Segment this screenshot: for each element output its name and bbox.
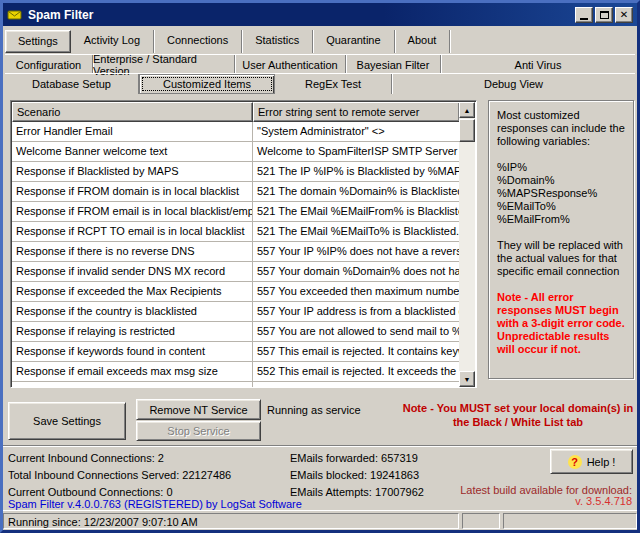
- status-bar: Running since: 12/23/2007 9:07:10 AM: [3, 510, 637, 531]
- tab-customized-items[interactable]: Customized Items: [139, 74, 275, 94]
- table-row[interactable]: Response if there is no reverse DNS557 Y…: [12, 242, 460, 262]
- cell-scenario: Welcome Banner welcome text: [12, 142, 253, 161]
- stat-label: EMails Attempts:: [290, 486, 372, 498]
- help-button[interactable]: ? Help !: [550, 449, 633, 474]
- table-row[interactable]: Response if the country is blacklisted55…: [12, 302, 460, 322]
- tab-connections[interactable]: Connections: [154, 30, 242, 53]
- cell-error: 552 This email is rejected. It exceeds t…: [253, 362, 460, 381]
- local-domains-note: Note - You MUST set your local domain(s)…: [400, 401, 636, 429]
- stat-value: 17007962: [375, 486, 424, 498]
- variable-mapsresponse: %MAPSResponse%: [497, 187, 627, 200]
- vertical-scrollbar[interactable]: ▲ ▼: [459, 102, 475, 387]
- stat-label: EMails blocked:: [290, 469, 367, 481]
- table-row[interactable]: Response if FROM email is in local black…: [12, 202, 460, 222]
- table-row[interactable]: Response if RCPT TO email is in local bl…: [12, 222, 460, 242]
- cell-scenario: Response if invalid sender DNS MX record: [12, 262, 253, 281]
- tab-quarantine[interactable]: Quarantine: [313, 30, 394, 53]
- scroll-up-icon: ▲: [464, 107, 471, 114]
- variable-emailfrom: %EMailFrom%: [497, 213, 627, 226]
- tab-activity-log[interactable]: Activity Log: [71, 30, 154, 53]
- stat-value: 19241863: [370, 469, 419, 481]
- registered-version-link[interactable]: Spam Filter v.4.0.0.763 (REGISTERED) by …: [8, 498, 302, 510]
- table-row[interactable]: Response if invalid sender DNS MX record…: [12, 262, 460, 282]
- scroll-down-button[interactable]: ▼: [459, 371, 475, 387]
- window-title: Spam Filter: [28, 8, 93, 22]
- running-since-panel: Running since: 12/23/2007 9:07:10 AM: [3, 513, 459, 529]
- cell-error: "System Administrator" <>: [253, 122, 460, 141]
- cell-scenario: Response if email exceeds max msg size: [12, 362, 253, 381]
- cell-error: 521 The domain %Domain% is Blacklisted.: [253, 182, 460, 201]
- grid-rows: Error Handler Email"System Administrator…: [12, 122, 460, 387]
- tab-bayesian-filter[interactable]: Bayesian Filter: [346, 55, 441, 74]
- table-row[interactable]: Welcome Banner welcome textWelcome to Sp…: [12, 142, 460, 162]
- tab-statistics[interactable]: Statistics: [242, 30, 313, 53]
- column-header-scenario[interactable]: Scenario: [12, 102, 253, 122]
- stat-value: 2: [158, 452, 164, 464]
- table-row[interactable]: Response if FROM domain is in local blac…: [12, 182, 460, 202]
- tab-database-setup[interactable]: Database Setup: [5, 74, 139, 94]
- cell-scenario: Response if IP is in local blacklist: [12, 382, 253, 387]
- maximize-icon: [600, 11, 609, 19]
- cell-error: 557 Your domain %Domain% does not have a…: [253, 262, 460, 281]
- latest-build-version-link[interactable]: v. 3.5.4.718: [575, 495, 632, 507]
- service-status-text: Running as service: [267, 404, 361, 416]
- info-intro: Most customized responses can include th…: [497, 109, 627, 148]
- stat-label: Current Inbound Connections:: [8, 452, 155, 464]
- save-settings-button[interactable]: Save Settings: [8, 402, 126, 440]
- stat-value: 22127486: [182, 469, 231, 481]
- close-button[interactable]: ✕: [615, 7, 633, 23]
- table-row[interactable]: Response if exceeded the Max Recipients5…: [12, 282, 460, 302]
- status-panel-2: [462, 513, 500, 529]
- settings-tab-row-1: Configuration Enterprise / Standard Vers…: [5, 54, 635, 74]
- stat-value: 657319: [381, 452, 418, 464]
- variable-emailto: %EMailTo%: [497, 200, 627, 213]
- cell-error: 557 You exceeded then maximum number of …: [253, 282, 460, 301]
- close-icon: ✕: [620, 10, 628, 20]
- cell-error: 521 The EMail %EMailTo% is Blacklisted.: [253, 222, 460, 241]
- variable-ip: %IP%: [497, 161, 627, 174]
- tab-about[interactable]: About: [395, 30, 451, 53]
- cell-scenario: Response if exceeded the Max Recipients: [12, 282, 253, 301]
- tab-settings[interactable]: Settings: [5, 30, 71, 53]
- table-row[interactable]: Response if relaying is restricted557 Yo…: [12, 322, 460, 342]
- column-header-error-string[interactable]: Error string sent to remote server: [253, 102, 460, 122]
- minimize-icon: [580, 18, 588, 20]
- maximize-button[interactable]: [595, 7, 613, 23]
- help-question-icon: ?: [568, 455, 582, 469]
- cell-error: Welcome to SpamFilterISP SMTP Server %Ve…: [253, 142, 460, 161]
- tab-debug-view[interactable]: Debug View: [392, 74, 635, 94]
- tab-enterprise-standard-version[interactable]: Enterprise / Standard Version: [93, 55, 235, 74]
- settings-tab-row-2: Database Setup Customized Items RegEx Te…: [5, 73, 635, 94]
- stat-value: 0: [166, 486, 172, 498]
- tab-anti-virus[interactable]: Anti Virus: [441, 55, 635, 74]
- table-row[interactable]: Error Handler Email"System Administrator…: [12, 122, 460, 142]
- cell-error: 557 Your IP %IP% does not have a reverse…: [253, 242, 460, 261]
- cell-error: 521 The IP %IP% is Blacklisted.: [253, 382, 460, 387]
- tab-configuration[interactable]: Configuration: [5, 55, 93, 74]
- table-row[interactable]: Response if email exceeds max msg size55…: [12, 362, 460, 382]
- remove-nt-service-button[interactable]: Remove NT Service: [136, 399, 261, 420]
- title-bar: Spam Filter ✕: [3, 3, 637, 26]
- minimize-button[interactable]: [575, 7, 593, 23]
- table-row[interactable]: Response if Blacklisted by MAPS521 The I…: [12, 162, 460, 182]
- scrollbar-thumb[interactable]: [459, 119, 475, 142]
- error-code-note: Note - All error responses MUST begin wi…: [497, 291, 627, 356]
- cell-scenario: Response if Blacklisted by MAPS: [12, 162, 253, 181]
- app-mail-icon: [7, 8, 23, 22]
- cell-error: 557 You are not allowed to send mail to …: [253, 322, 460, 341]
- email-stats: EMails forwarded: 657319 EMails blocked:…: [290, 450, 424, 501]
- stat-label: Total Inbound Connections Served:: [8, 469, 179, 481]
- horizontal-divider: [0, 445, 640, 447]
- table-row[interactable]: Response if keywords found in content557…: [12, 342, 460, 362]
- cell-error: 557 This email is rejected. It contains …: [253, 342, 460, 361]
- status-panel-3: [503, 513, 637, 529]
- table-row[interactable]: Response if IP is in local blacklist521 …: [12, 382, 460, 387]
- cell-scenario: Response if FROM email is in local black…: [12, 202, 253, 221]
- tab-regex-test[interactable]: RegEx Test: [275, 74, 392, 94]
- cell-scenario: Response if relaying is restricted: [12, 322, 253, 341]
- scroll-up-button[interactable]: ▲: [459, 102, 475, 118]
- tab-user-authentication[interactable]: User Authentication: [235, 55, 346, 74]
- stat-label: EMails forwarded:: [290, 452, 378, 464]
- cell-scenario: Response if there is no reverse DNS: [12, 242, 253, 261]
- connection-stats: Current Inbound Connections: 2 Total Inb…: [8, 450, 231, 501]
